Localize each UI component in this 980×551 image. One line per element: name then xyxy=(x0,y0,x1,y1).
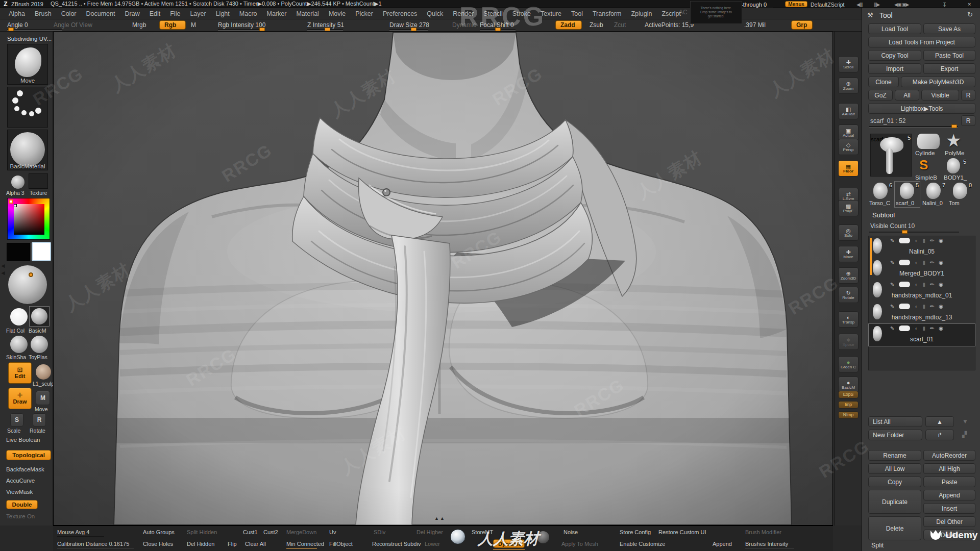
right-shelf-button[interactable]: ⊕ Zoom3D xyxy=(838,267,859,284)
right-shelf-button[interactable]: ↻ Rotate xyxy=(838,287,859,303)
menu-item[interactable]: Stroke xyxy=(512,10,531,17)
split-hidden-button[interactable]: Split Hidden xyxy=(187,529,217,535)
right-shelf-button[interactable]: ◐ Transp xyxy=(838,311,859,328)
make-polymesh3d-button[interactable]: Make PolyMesh3D xyxy=(901,77,975,87)
rgb-intensity-slider[interactable]: Rgb Intensity 100 xyxy=(218,21,265,29)
layer-icon[interactable]: ▮ xyxy=(922,304,925,309)
menu-item[interactable]: Edit xyxy=(150,10,161,17)
cust2-button[interactable]: Cust2 xyxy=(263,529,278,535)
mouse-avg-track[interactable] xyxy=(57,536,104,537)
angle-of-view-slider[interactable]: Angle Of View xyxy=(54,21,92,29)
dynamic-track[interactable] xyxy=(493,549,525,550)
right-shelf-button[interactable]: ExpS xyxy=(838,391,859,398)
shelf-scroll-arrows[interactable]: ◄◄ xyxy=(0,262,6,277)
merge-down-button[interactable]: MergeDown xyxy=(286,529,316,535)
live-boolean-button[interactable]: Live Boolean xyxy=(6,437,51,443)
import-button[interactable]: Import xyxy=(868,63,921,74)
brush-icon[interactable]: ✎ xyxy=(928,259,936,266)
paste-button[interactable]: Paste xyxy=(923,477,975,487)
simplebrush-thumb[interactable]: S xyxy=(919,158,928,171)
menu-item[interactable]: Brush xyxy=(35,10,52,17)
dynamic-label[interactable]: Dynamic xyxy=(452,21,476,29)
menu-item[interactable]: Zscript xyxy=(662,10,681,17)
menu-item[interactable]: File xyxy=(170,10,180,17)
cycle-tools-left-icon[interactable]: ◀|||| xyxy=(856,2,862,7)
eye-icon[interactable]: ◉ xyxy=(939,282,943,287)
polymesh3d-star-thumb[interactable]: ★ xyxy=(946,132,961,149)
menu-item[interactable]: Layer xyxy=(190,10,206,17)
min-connected-button[interactable]: Min Connected xyxy=(286,541,324,547)
view-mask-button[interactable]: ViewMask xyxy=(6,489,51,495)
restore-config-icon[interactable]: ↻ xyxy=(967,11,973,18)
calibration-distance-slider[interactable]: Calibration Distance 0.16175 xyxy=(57,541,129,547)
menu-item[interactable]: Picker xyxy=(355,10,373,17)
brush-modifier-slider[interactable]: Brush Modifier xyxy=(745,529,781,535)
brush-icon[interactable]: ✎ xyxy=(928,325,936,332)
save-as-button[interactable]: Save As xyxy=(923,23,975,34)
subtool-row[interactable]: ✎ ◐ ▮ ✎ ◉ Merged_BODY1 xyxy=(869,258,975,280)
rename-button[interactable]: Rename xyxy=(868,450,921,461)
brushes-intensity-track[interactable] xyxy=(745,548,794,549)
load-tools-from-project-button[interactable]: Load Tools From Project xyxy=(868,37,975,47)
menu-item[interactable]: Document xyxy=(86,10,115,17)
polypaint-icon[interactable]: ✎ xyxy=(890,304,894,309)
topological-button[interactable]: Topological xyxy=(6,450,51,460)
right-shelf-button[interactable]: ● Green C xyxy=(838,356,859,372)
menu-item[interactable]: Movie xyxy=(329,10,346,17)
menu-item[interactable]: Render xyxy=(453,10,474,17)
timeline-markers[interactable]: ▲▲ xyxy=(434,516,446,521)
lower-button[interactable]: Lower xyxy=(425,541,440,547)
menu-item[interactable]: Tool xyxy=(571,10,583,17)
eye-icon[interactable]: ◉ xyxy=(939,260,943,265)
paste-tool-button[interactable]: Paste Tool xyxy=(923,50,975,61)
mouse-avg-slider[interactable]: Mouse Avg 4 xyxy=(57,529,89,535)
m-button[interactable]: M xyxy=(191,21,196,29)
visible-count-track[interactable] xyxy=(869,232,959,233)
visible-count-slider[interactable]: Visible Count 10 xyxy=(870,222,915,230)
right-shelf-button[interactable]: Imp xyxy=(838,401,859,409)
texture-on-button[interactable]: Texture On xyxy=(6,513,51,519)
goz-button[interactable]: GoZ xyxy=(868,90,893,101)
secondary-color-swatch[interactable] xyxy=(7,243,30,261)
subtool-row[interactable]: ✎ ◐ ▮ ✎ ◉ handstraps_mdtoz_01 xyxy=(869,280,975,302)
right-shelf-button[interactable]: ▩ PolyF xyxy=(838,200,859,216)
all-high-button[interactable]: All High xyxy=(923,463,975,474)
duplicate-button[interactable]: Duplicate xyxy=(868,490,921,514)
uv-button[interactable]: Uv xyxy=(329,529,336,535)
current-tool-thumb[interactable]: 5 scarf_01 xyxy=(870,134,912,177)
color-preview-sphere[interactable] xyxy=(8,265,47,304)
rotate-mode-button[interactable]: R xyxy=(33,413,46,427)
history-tool-thumb[interactable]: 0 Tom xyxy=(948,182,973,207)
main-color-swatch[interactable] xyxy=(32,242,51,261)
layer-icon[interactable]: ▮ xyxy=(922,238,925,243)
append-button[interactable]: Append xyxy=(923,490,975,500)
flatcolor-material-thumb[interactable] xyxy=(10,308,28,325)
subtool-row[interactable]: ✎ ◐ ▮ ✎ ◉ scarf_01 xyxy=(869,324,975,346)
zsub-button[interactable]: Zsub xyxy=(590,21,603,29)
cycle-docs-icon[interactable]: ◀▣ ▣▶ xyxy=(894,2,909,7)
current-material-thumb[interactable]: BasicMaterial xyxy=(7,130,48,170)
goz-visible-button[interactable]: Visible xyxy=(921,90,959,101)
current-brush-thumb[interactable]: Move xyxy=(7,44,48,85)
visibility-pill-icon[interactable] xyxy=(899,238,910,243)
menu-item[interactable]: Quick xyxy=(427,10,443,17)
draw-mode-button[interactable]: ✛ Draw xyxy=(8,388,32,409)
subtool-row[interactable]: ✎ ◐ ▮ ✎ ◉ handstraps_mdtoz_13 xyxy=(869,302,975,324)
goz-r-button[interactable]: R xyxy=(961,90,975,101)
del-other-button[interactable]: Del Other xyxy=(923,516,975,527)
menu-item[interactable]: Color xyxy=(61,10,77,17)
right-shelf-button[interactable]: ⊕ Zoom xyxy=(838,78,859,94)
menu-item[interactable]: Macro xyxy=(239,10,257,17)
sculpt-viewport[interactable]: ▲▲ xyxy=(53,32,833,525)
close-icon[interactable]: × xyxy=(968,1,971,7)
noise-button[interactable]: Noise xyxy=(564,529,578,535)
del-higher-button[interactable]: Del Higher xyxy=(416,529,443,535)
history-tool-thumb[interactable]: 6 Torso_C xyxy=(868,182,893,207)
polypaint-icon[interactable]: ✎ xyxy=(890,325,894,331)
edit-mode-button[interactable]: ⊡ Edit xyxy=(8,362,32,384)
lightbox-tools-button[interactable]: Lightbox▶Tools xyxy=(868,103,975,114)
fill-object-button[interactable]: FillObject xyxy=(329,541,353,547)
polypaint-icon[interactable]: ✎ xyxy=(890,238,894,243)
move-mode-button[interactable]: M xyxy=(36,391,50,405)
draw-size-slider[interactable]: Draw Size 278 xyxy=(389,21,429,29)
